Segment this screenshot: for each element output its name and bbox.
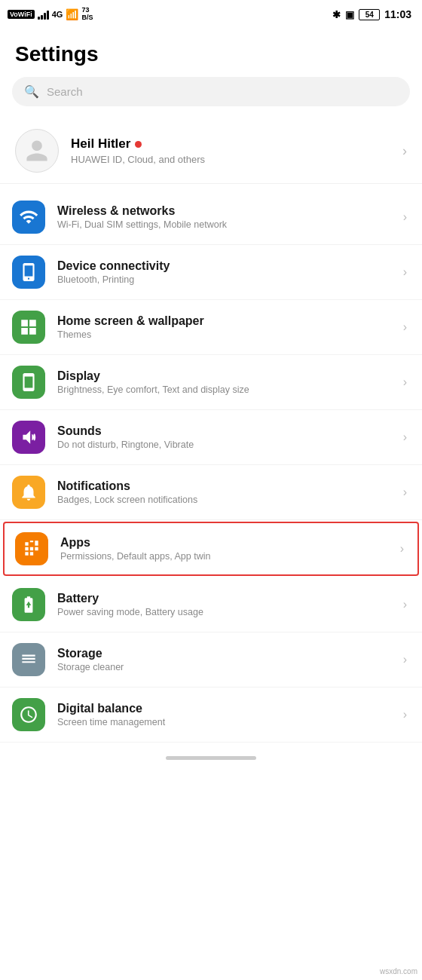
settings-item-storage[interactable]: Storage Storage cleaner › xyxy=(0,632,422,688)
wireless-title: Wireless & networks xyxy=(57,204,391,218)
wifi-icon: 📶 xyxy=(66,8,78,20)
wireless-subtitle: Wi-Fi, Dual SIM settings, Mobile network xyxy=(57,219,391,230)
storage-title: Storage xyxy=(57,647,391,660)
settings-list: Wireless & networks Wi-Fi, Dual SIM sett… xyxy=(0,190,422,743)
notifications-title: Notifications xyxy=(57,479,391,493)
notifications-chevron-icon: › xyxy=(403,485,407,499)
device-connectivity-text: Device connectivity Bluetooth, Printing xyxy=(57,259,391,285)
bottom-pill xyxy=(0,743,422,769)
avatar xyxy=(15,129,59,173)
storage-text: Storage Storage cleaner xyxy=(57,647,391,672)
apps-title: Apps xyxy=(60,536,388,550)
apps-icon-box xyxy=(15,532,48,565)
home-screen-subtitle: Themes xyxy=(57,329,391,340)
notifications-text: Notifications Badges, Lock screen notifi… xyxy=(57,479,391,505)
display-icon-box xyxy=(12,366,45,399)
battery-title: Battery xyxy=(57,592,391,605)
profile-info: Heil Hitler HUAWEI ID, Cloud, and others xyxy=(71,136,205,165)
wireless-icon-box xyxy=(12,201,45,234)
digital-balance-title: Digital balance xyxy=(57,702,391,715)
signal-bars xyxy=(38,9,49,20)
sounds-text: Sounds Do not disturb, Ringtone, Vibrate xyxy=(57,424,391,450)
settings-item-home-screen[interactable]: Home screen & wallpaper Themes › xyxy=(0,300,422,355)
digital-balance-icon-box xyxy=(12,698,45,731)
apps-text: Apps Permissions, Default apps, App twin xyxy=(60,536,388,562)
apps-chevron-icon: › xyxy=(400,542,404,556)
status-right: ✱ ▣ 54 11:03 xyxy=(332,8,411,20)
battery-container: 54 xyxy=(359,9,380,20)
sounds-icon-box xyxy=(12,421,45,454)
digital-balance-text: Digital balance Screen time management xyxy=(57,702,391,727)
storage-subtitle: Storage cleaner xyxy=(57,662,391,672)
home-screen-chevron-icon: › xyxy=(403,320,407,334)
search-bar[interactable]: 🔍 Search xyxy=(12,77,410,106)
network-type: 4G xyxy=(52,10,63,19)
profile-name: Heil Hitler xyxy=(71,136,130,152)
sounds-title: Sounds xyxy=(57,424,391,438)
storage-icon-box xyxy=(12,643,45,676)
display-text: Display Brightness, Eye comfort, Text an… xyxy=(57,369,391,395)
status-bar: VoWiFi 4G 📶 73B/S ✱ ▣ 54 11:03 xyxy=(0,0,422,27)
wireless-chevron-icon: › xyxy=(403,210,407,224)
settings-item-battery[interactable]: Battery Power saving mode, Battery usage… xyxy=(0,577,422,632)
device-connectivity-chevron-icon: › xyxy=(403,265,407,279)
notifications-icon-box xyxy=(12,476,45,509)
profile-subtitle: HUAWEI ID, Cloud, and others xyxy=(71,154,205,165)
search-icon: 🔍 xyxy=(24,84,39,99)
notifications-subtitle: Badges, Lock screen notifications xyxy=(57,495,391,505)
battery-level: 54 xyxy=(359,9,380,20)
home-screen-title: Home screen & wallpaper xyxy=(57,314,391,328)
home-screen-icon-box xyxy=(12,311,45,344)
settings-item-apps[interactable]: Apps Permissions, Default apps, App twin… xyxy=(3,522,419,576)
phone-icon: ▣ xyxy=(345,9,354,20)
digital-balance-chevron-icon: › xyxy=(403,708,407,721)
battery-chevron-icon: › xyxy=(403,598,407,611)
battery-subtitle: Power saving mode, Battery usage xyxy=(57,607,391,617)
battery-text: Battery Power saving mode, Battery usage xyxy=(57,592,391,617)
display-title: Display xyxy=(57,369,391,383)
profile-name-row: Heil Hitler xyxy=(71,136,205,152)
search-placeholder: Search xyxy=(47,85,83,98)
home-screen-text: Home screen & wallpaper Themes xyxy=(57,314,391,340)
page-title: Settings xyxy=(0,27,422,77)
digital-balance-subtitle: Screen time management xyxy=(57,717,391,727)
display-chevron-icon: › xyxy=(403,375,407,389)
bluetooth-icon: ✱ xyxy=(332,9,341,20)
online-indicator xyxy=(135,141,142,148)
watermark: wsxdn.com xyxy=(380,967,417,975)
settings-item-display[interactable]: Display Brightness, Eye comfort, Text an… xyxy=(0,355,422,410)
time: 11:03 xyxy=(384,8,411,20)
profile-section[interactable]: Heil Hitler HUAWEI ID, Cloud, and others… xyxy=(0,118,422,184)
profile-chevron-icon: › xyxy=(402,143,407,159)
storage-chevron-icon: › xyxy=(403,653,407,666)
settings-item-device-connectivity[interactable]: Device connectivity Bluetooth, Printing … xyxy=(0,245,422,300)
status-left: VoWiFi 4G 📶 73B/S xyxy=(8,7,93,22)
wireless-text: Wireless & networks Wi-Fi, Dual SIM sett… xyxy=(57,204,391,230)
home-indicator[interactable] xyxy=(166,756,256,760)
settings-item-digital-balance[interactable]: Digital balance Screen time management › xyxy=(0,688,422,743)
settings-item-sounds[interactable]: Sounds Do not disturb, Ringtone, Vibrate… xyxy=(0,410,422,465)
speed-text: 73B/S xyxy=(81,7,93,22)
apps-subtitle: Permissions, Default apps, App twin xyxy=(60,551,388,562)
battery-icon-box xyxy=(12,588,45,621)
device-connectivity-subtitle: Bluetooth, Printing xyxy=(57,274,391,285)
vowifi-badge: VoWiFi xyxy=(8,10,35,19)
sounds-subtitle: Do not disturb, Ringtone, Vibrate xyxy=(57,439,391,450)
device-connectivity-icon-box xyxy=(12,256,45,289)
device-connectivity-title: Device connectivity xyxy=(57,259,391,273)
sounds-chevron-icon: › xyxy=(403,430,407,444)
settings-item-notifications[interactable]: Notifications Badges, Lock screen notifi… xyxy=(0,465,422,520)
settings-item-wireless[interactable]: Wireless & networks Wi-Fi, Dual SIM sett… xyxy=(0,190,422,245)
display-subtitle: Brightness, Eye comfort, Text and displa… xyxy=(57,384,391,395)
